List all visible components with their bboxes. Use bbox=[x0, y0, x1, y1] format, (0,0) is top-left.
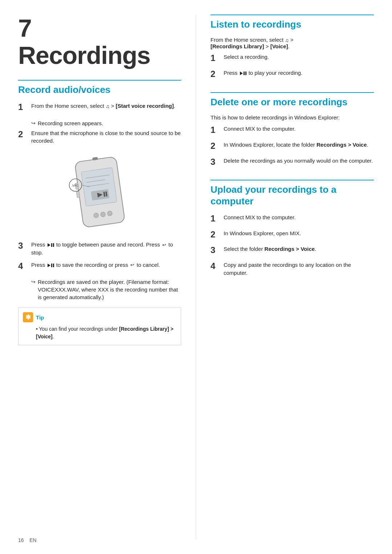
tip-box: ✱ Tip • You can find your recordings und… bbox=[18, 307, 181, 345]
footer-page: 16 bbox=[18, 537, 24, 543]
upload-step-3: 3 Select the folder Recordings > Voice. bbox=[211, 245, 374, 257]
upload-steps-list: 1 Connect MIX to the computer. 2 In Wind… bbox=[211, 213, 374, 277]
record-step-1: 1 From the Home screen, select ♫ > [Star… bbox=[18, 102, 181, 114]
play-pause-icon-3 bbox=[48, 243, 54, 247]
chapter-title-text: Recordings bbox=[18, 41, 150, 69]
tip-star-icon: ✱ bbox=[23, 312, 33, 322]
footer-lang: EN bbox=[29, 537, 36, 543]
upload-step-2: 2 In Windows Explorer, open MIX. bbox=[211, 229, 374, 241]
play-pause-icon-listen bbox=[240, 72, 246, 75]
listen-step-2: 2 Press to play your recording. bbox=[211, 69, 374, 81]
delete-step-3: 3 Delete the recordings as you normally … bbox=[211, 157, 374, 168]
svg-rect-1 bbox=[81, 168, 117, 207]
listen-step-1: 1 Select a recording. bbox=[211, 53, 374, 65]
upload-step-1: 1 Connect MIX to the computer. bbox=[211, 213, 374, 225]
record-step-3: 3 Press to toggle between pause and reco… bbox=[18, 241, 181, 257]
left-column: 7 Recordings Record audio/voices 1 From … bbox=[18, 15, 196, 539]
back-icon-3: ↩ bbox=[162, 242, 166, 249]
delete-section-title: Delete one or more recordings bbox=[211, 92, 374, 108]
music-icon-1: ♫ bbox=[106, 103, 110, 109]
record-step-2: 2 Ensure that the microphone is close to… bbox=[18, 129, 181, 145]
listen-section: Listen to recordings From the Home scree… bbox=[211, 15, 374, 81]
listen-section-title: Listen to recordings bbox=[211, 15, 374, 30]
upload-section-title: Upload your recordings to a computer bbox=[211, 180, 374, 207]
upload-step-4: 4 Copy and paste the recordings to any l… bbox=[211, 261, 374, 277]
chapter-number: 7 bbox=[18, 14, 32, 42]
listen-steps-list: 1 Select a recording. 2 Press to play yo… bbox=[211, 53, 374, 81]
upload-section: Upload your recordings to a computer 1 C… bbox=[211, 180, 374, 277]
record-section-title: Record audio/voices bbox=[18, 80, 181, 95]
music-icon-listen: ♫ bbox=[285, 37, 289, 43]
delete-step-2: 2 In Windows Explorer, locate the folder… bbox=[211, 141, 374, 152]
play-pause-icon-4 bbox=[48, 264, 54, 267]
tip-header: ✱ Tip bbox=[23, 312, 175, 322]
record-step-1-sub: ↪ Recording screen appears. bbox=[31, 119, 181, 127]
right-column: Listen to recordings From the Home scree… bbox=[196, 15, 374, 539]
device-illustration: MIC bbox=[18, 152, 181, 232]
delete-intro: This is how to delete recordings in Wind… bbox=[211, 114, 374, 121]
record-steps-list-2: 2 Ensure that the microphone is close to… bbox=[18, 129, 181, 145]
device-svg: MIC bbox=[64, 152, 136, 232]
tip-label: Tip bbox=[36, 314, 44, 321]
svg-text:MIC: MIC bbox=[72, 183, 79, 187]
tip-text: • You can find your recordings under [Re… bbox=[36, 325, 175, 341]
delete-step-1: 1 Connect MIX to the computer. bbox=[211, 125, 374, 137]
delete-section: Delete one or more recordings This is ho… bbox=[211, 92, 374, 168]
back-icon-4: ↩ bbox=[130, 262, 134, 269]
record-step-4-sub: ↪ Recordings are saved on the player. (F… bbox=[31, 278, 181, 301]
record-steps-list: 1 From the Home screen, select ♫ > [Star… bbox=[18, 102, 181, 114]
record-step-4: 4 Press to save the recording or press ↩… bbox=[18, 261, 181, 273]
delete-steps-list: 1 Connect MIX to the computer. 2 In Wind… bbox=[211, 125, 374, 168]
chapter-title: 7 Recordings bbox=[18, 15, 181, 69]
footer: 16 EN bbox=[18, 537, 37, 543]
listen-intro: From the Home screen, select ♫ > [Record… bbox=[211, 37, 374, 49]
record-steps-list-3: 3 Press to toggle between pause and reco… bbox=[18, 241, 181, 272]
